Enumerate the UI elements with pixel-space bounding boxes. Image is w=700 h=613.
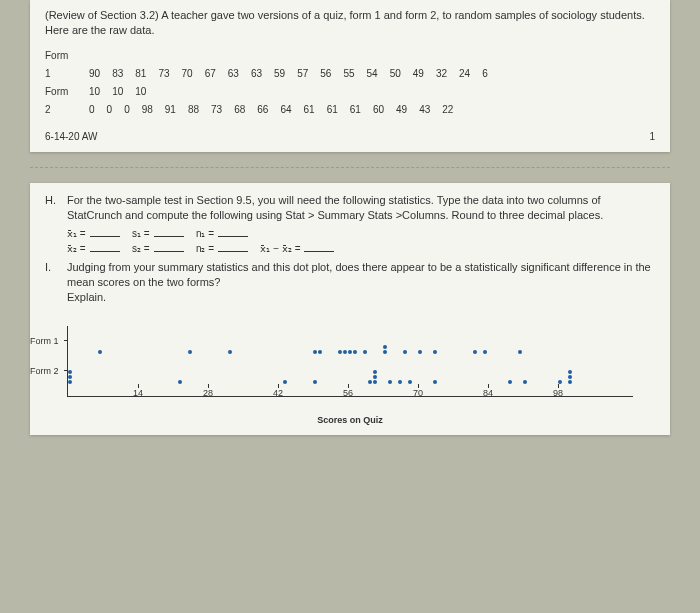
data-value: 32	[436, 65, 447, 83]
I-letter: I.	[45, 260, 59, 306]
data-value: 63	[251, 65, 262, 83]
bottom-page: H. For the two-sample test in Section 9.…	[30, 183, 670, 435]
data-value: 0	[107, 101, 113, 119]
data-point	[338, 350, 342, 354]
data-value: 63	[228, 65, 239, 83]
data-value: 59	[274, 65, 285, 83]
data-value: 56	[320, 65, 331, 83]
data-point	[68, 375, 72, 379]
data-value: 22	[442, 101, 453, 119]
data-point	[363, 350, 367, 354]
page-footer: 6-14-20 AW 1	[45, 131, 655, 142]
section-I: I. Judging from your summary statistics …	[45, 260, 655, 306]
data-point	[523, 380, 527, 384]
data-value: 6	[482, 65, 488, 83]
x-tick: 98	[553, 388, 563, 398]
dotplot-row-form2: Form 2	[68, 356, 633, 386]
data-value: 70	[182, 65, 193, 83]
row-mid-values: 101010	[89, 83, 146, 101]
data-value: 55	[343, 65, 354, 83]
data-value: 73	[211, 101, 222, 119]
x-tick: 14	[133, 388, 143, 398]
data-point	[568, 380, 572, 384]
data-point	[178, 380, 182, 384]
data-value: 67	[205, 65, 216, 83]
data-point	[568, 375, 572, 379]
n2: n₂ =	[196, 243, 214, 254]
data-value: 24	[459, 65, 470, 83]
data-point	[68, 370, 72, 374]
x-tick: 28	[203, 388, 213, 398]
data-point	[403, 350, 407, 354]
data-value: 66	[257, 101, 268, 119]
H-text: For the two-sample test in Section 9.5, …	[67, 193, 655, 224]
data-value: 61	[350, 101, 361, 119]
data-point	[348, 350, 352, 354]
data-point	[313, 380, 317, 384]
data-value: 0	[89, 101, 95, 119]
x-tick: 84	[483, 388, 493, 398]
I-body: Judging from your summary statistics and…	[67, 261, 651, 288]
data-value: 49	[396, 101, 407, 119]
data-point	[418, 350, 422, 354]
data-point	[188, 350, 192, 354]
xdiff: x̄₁ − x̄₂ =	[260, 243, 300, 254]
form1-axis-label: Form 1	[30, 336, 59, 346]
data-value: 98	[142, 101, 153, 119]
data-point	[373, 370, 377, 374]
data-point	[508, 380, 512, 384]
data-value: 49	[413, 65, 424, 83]
data-point	[343, 350, 347, 354]
data-point	[313, 350, 317, 354]
form-header: Form	[45, 47, 77, 65]
I-text: Judging from your summary statistics and…	[67, 260, 655, 306]
n1: n₁ =	[196, 228, 214, 239]
data-value: 68	[234, 101, 245, 119]
data-value: 81	[135, 65, 146, 83]
data-value: 10	[89, 83, 100, 101]
data-point	[383, 345, 387, 349]
data-point	[518, 350, 522, 354]
data-value: 91	[165, 101, 176, 119]
raw-data-table: Form 1 908381737067636359575655545049322…	[45, 47, 655, 119]
s1: s₁ =	[132, 228, 150, 239]
data-value: 61	[327, 101, 338, 119]
explain-label: Explain.	[67, 291, 106, 303]
data-point	[368, 380, 372, 384]
x-axis-label: Scores on Quiz	[45, 415, 655, 425]
data-point	[373, 375, 377, 379]
data-point	[98, 350, 102, 354]
row1-label: 1	[45, 65, 77, 83]
data-point	[353, 350, 357, 354]
row2-label: 2	[45, 101, 77, 119]
data-point	[373, 380, 377, 384]
stat-line-1: x̄₁ = s₁ = n₁ =	[45, 228, 655, 239]
data-point	[408, 380, 412, 384]
data-point	[483, 350, 487, 354]
section-H: H. For the two-sample test in Section 9.…	[45, 193, 655, 224]
data-point	[388, 380, 392, 384]
data-point	[283, 380, 287, 384]
form2-axis-label: Form 2	[30, 366, 59, 376]
data-point	[433, 350, 437, 354]
intro-text: (Review of Section 3.2) A teacher gave t…	[45, 8, 655, 39]
data-value: 60	[373, 101, 384, 119]
data-point	[398, 380, 402, 384]
stat-line-2: x̄₂ = s₂ = n₂ = x̄₁ − x̄₂ =	[45, 243, 655, 254]
date-stamp: 6-14-20 AW	[45, 131, 97, 142]
data-value: 43	[419, 101, 430, 119]
data-value: 73	[158, 65, 169, 83]
data-value: 88	[188, 101, 199, 119]
data-value: 0	[124, 101, 130, 119]
data-value: 64	[280, 101, 291, 119]
row1-values: 90838173706763635957565554504932246	[89, 65, 488, 83]
data-value: 90	[89, 65, 100, 83]
H-letter: H.	[45, 193, 59, 224]
x-tick: 56	[343, 388, 353, 398]
xbar1: x̄₁ =	[67, 228, 86, 239]
s2: s₂ =	[132, 243, 150, 254]
row2-values: 0009891887368666461616160494322	[89, 101, 453, 119]
row-mid-label: Form	[45, 83, 77, 101]
data-value: 10	[135, 83, 146, 101]
data-point	[433, 380, 437, 384]
